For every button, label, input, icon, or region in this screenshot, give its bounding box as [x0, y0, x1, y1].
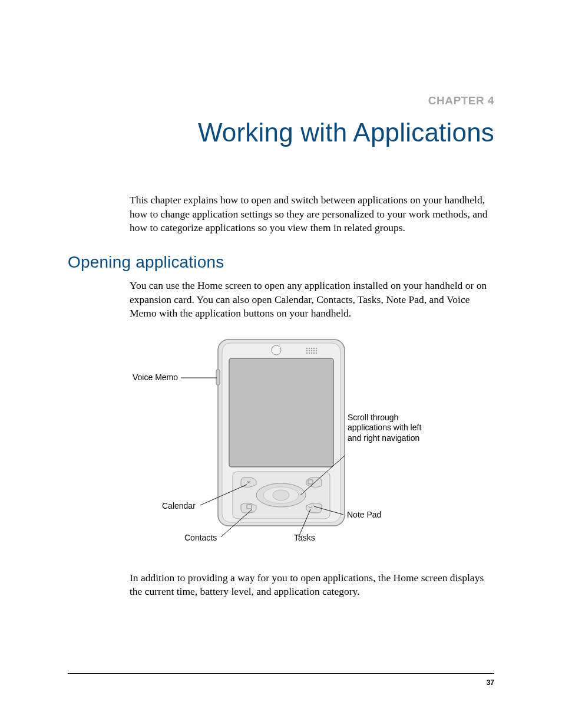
section-heading-opening-applications: Opening applications [68, 253, 494, 272]
svg-line-28 [314, 506, 343, 515]
chapter-title: Working with Applications [68, 118, 494, 147]
callout-calendar: Calendar [162, 501, 196, 512]
page-footer: 37 [68, 673, 494, 687]
intro-paragraph: This chapter explains how to open and sw… [130, 193, 494, 235]
svg-line-29 [200, 485, 247, 505]
handheld-diagram: Voice Memo Scroll through applications w… [68, 338, 494, 559]
section-paragraph-2: In addition to providing a way for you t… [130, 571, 494, 599]
callout-contacts: Contacts [184, 533, 217, 543]
section-paragraph-1: You can use the Home screen to open any … [130, 279, 494, 321]
chapter-label: CHAPTER 4 [68, 94, 494, 107]
callout-note-pad: Note Pad [347, 510, 381, 521]
callout-voice-memo: Voice Memo [133, 373, 178, 383]
svg-line-30 [221, 509, 252, 537]
callout-tasks: Tasks [294, 533, 315, 543]
callout-scroll-navigation: Scroll through applications with left an… [348, 413, 430, 444]
callout-lines [68, 338, 498, 559]
svg-line-27 [300, 456, 345, 495]
page-number: 37 [487, 678, 494, 687]
